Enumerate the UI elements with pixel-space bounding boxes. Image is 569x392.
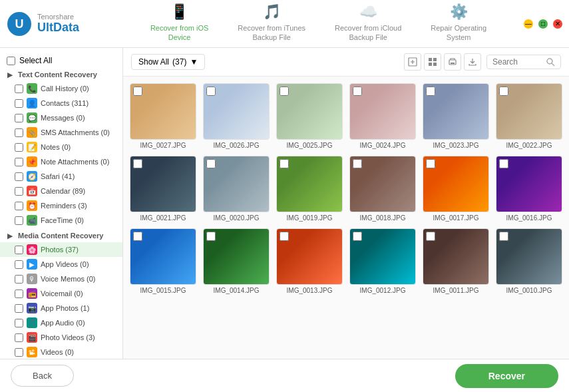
photo-checkbox[interactable] (206, 232, 216, 241)
messages-checkbox[interactable] (15, 114, 23, 122)
voice-memos-checkbox[interactable] (15, 275, 23, 284)
sidebar-item-videos[interactable]: 📽 Videos (0) (0, 345, 122, 359)
print-button[interactable] (444, 53, 461, 71)
sidebar-item-app-audio[interactable]: 🎵 App Audio (0) (0, 315, 122, 330)
tab-icloud[interactable]: ☁️ Recover from iCloudBackup File (320, 0, 416, 51)
sidebar-item-call-history[interactable]: 📞 Call History (0) (0, 81, 122, 96)
photo-item[interactable]: IMG_0015.JPG (130, 228, 196, 294)
photo-item[interactable]: IMG_0010.JPG (496, 228, 562, 294)
photo-label: IMG_0017.JPG (423, 214, 489, 222)
tab-ios[interactable]: 📱 Recover from iOSDevice (136, 0, 223, 51)
photo-item[interactable]: IMG_0027.JPG (130, 83, 196, 149)
sidebar-item-reminders[interactable]: ⏰ Reminders (3) (0, 198, 122, 213)
reminders-checkbox[interactable] (15, 202, 23, 210)
sidebar-item-calendar[interactable]: 📅 Calendar (89) (0, 184, 122, 198)
videos-checkbox[interactable] (15, 348, 23, 357)
sidebar-item-facetime[interactable]: 📹 FaceTime (0) (0, 213, 122, 228)
photo-checkbox[interactable] (499, 87, 508, 96)
photo-checkbox[interactable] (426, 232, 435, 241)
app-videos-icon: ▶ (27, 259, 37, 270)
safari-checkbox[interactable] (15, 172, 23, 181)
photos-checkbox[interactable] (15, 246, 23, 254)
app-audio-checkbox[interactable] (15, 319, 23, 327)
photo-item[interactable]: IMG_0018.JPG (349, 156, 416, 222)
sidebar-item-contacts[interactable]: 👤 Contacts (311) (0, 96, 122, 110)
call-history-checkbox[interactable] (15, 85, 23, 93)
photo-item[interactable]: IMG_0026.JPG (203, 83, 270, 149)
photo-checkbox[interactable] (206, 159, 216, 168)
itunes-icon: 🎵 (263, 3, 281, 21)
close-button[interactable]: ✕ (553, 19, 562, 29)
sidebar-item-safari[interactable]: 🧭 Safari (41) (0, 169, 122, 184)
print-icon (448, 57, 457, 67)
photo-item[interactable]: IMG_0020.JPG (203, 156, 270, 222)
notes-checkbox[interactable] (15, 143, 23, 152)
sidebar-item-note-attach[interactable]: 📌 Note Attachments (0) (0, 154, 122, 169)
show-all-chevron: ▼ (190, 57, 198, 67)
photo-item[interactable]: IMG_0021.JPG (130, 156, 196, 222)
tab-ios-label: Recover from iOSDevice (150, 23, 208, 43)
facetime-checkbox[interactable] (15, 216, 23, 225)
photo-checkbox[interactable] (426, 87, 435, 96)
photo-checkbox[interactable] (133, 159, 142, 168)
photo-item[interactable]: IMG_0016.JPG (496, 156, 562, 222)
export-button[interactable] (404, 53, 421, 71)
photo-checkbox[interactable] (499, 159, 508, 168)
tab-repair[interactable]: ⚙️ Repair OperatingSystem (416, 0, 501, 51)
photo-checkbox[interactable] (280, 159, 289, 168)
select-all-checkbox[interactable] (7, 57, 15, 65)
photo-item[interactable]: IMG_0017.JPG (423, 156, 489, 222)
grid-view-button[interactable] (424, 53, 441, 71)
photo-checkbox[interactable] (353, 232, 362, 241)
sidebar-item-sms-attach[interactable]: 📎 SMS Attachments (0) (0, 125, 122, 140)
photo-checkbox[interactable] (353, 159, 362, 168)
export2-button[interactable] (464, 53, 481, 71)
sidebar-item-photos[interactable]: 🌸 Photos (37) (0, 242, 122, 257)
recover-button[interactable]: Recover (455, 364, 558, 388)
logo-name: UltData (37, 21, 79, 35)
photo-item[interactable]: IMG_0022.JPG (496, 83, 562, 149)
photo-checkbox[interactable] (280, 232, 289, 241)
photo-checkbox[interactable] (133, 232, 142, 241)
sidebar-item-voice-memos[interactable]: 🎙 Voice Memos (0) (0, 272, 122, 286)
app-videos-checkbox[interactable] (15, 260, 23, 269)
sidebar-item-photo-videos[interactable]: 🎬 Photo Videos (3) (0, 330, 122, 345)
photo-thumbnail (130, 156, 196, 212)
photo-item[interactable]: IMG_0023.JPG (423, 83, 489, 149)
photo-checkbox[interactable] (133, 87, 142, 96)
photo-item[interactable]: IMG_0012.JPG (349, 228, 416, 294)
sidebar-item-notes[interactable]: 📝 Notes (0) (0, 140, 122, 154)
photo-item[interactable]: IMG_0019.JPG (276, 156, 343, 222)
photo-checkbox[interactable] (499, 232, 508, 241)
photo-item[interactable]: IMG_0025.JPG (276, 83, 343, 149)
photo-videos-checkbox[interactable] (15, 333, 23, 342)
photo-checkbox[interactable] (353, 87, 362, 96)
repair-icon: ⚙️ (450, 3, 468, 21)
voicemail-checkbox[interactable] (15, 290, 23, 298)
sms-attach-checkbox[interactable] (15, 128, 23, 137)
photo-checkbox[interactable] (280, 87, 289, 96)
tab-itunes[interactable]: 🎵 Recover from iTunesBackup File (223, 0, 320, 51)
sidebar-item-app-photos[interactable]: 📷 App Photos (1) (0, 301, 122, 315)
media-section-header[interactable]: ▶ Media Content Recovery (0, 229, 122, 242)
photo-item[interactable]: IMG_0014.JPG (203, 228, 270, 294)
photo-checkbox[interactable] (206, 87, 216, 96)
text-section-header[interactable]: ▶ Text Content Recovery (0, 68, 122, 81)
note-attach-checkbox[interactable] (15, 158, 23, 166)
app-photos-checkbox[interactable] (15, 304, 23, 313)
sidebar-item-app-videos[interactable]: ▶ App Videos (0) (0, 257, 122, 272)
sidebar-item-voicemail[interactable]: 📻 Voicemail (0) (0, 286, 122, 301)
back-button[interactable]: Back (11, 365, 74, 387)
show-all-button[interactable]: Show All (37) ▼ (131, 54, 205, 70)
search-input[interactable] (492, 57, 546, 67)
minimize-button[interactable]: — (524, 19, 533, 29)
photo-item[interactable]: IMG_0011.JPG (423, 228, 489, 294)
sidebar-item-messages[interactable]: 💬 Messages (0) (0, 110, 122, 125)
maximize-button[interactable]: □ (538, 19, 548, 29)
photo-checkbox[interactable] (426, 159, 435, 168)
select-all-row[interactable]: Select All (0, 53, 122, 68)
photo-item[interactable]: IMG_0013.JPG (276, 228, 343, 294)
calendar-checkbox[interactable] (15, 187, 23, 196)
photo-item[interactable]: IMG_0024.JPG (349, 83, 416, 149)
contacts-checkbox[interactable] (15, 99, 23, 108)
